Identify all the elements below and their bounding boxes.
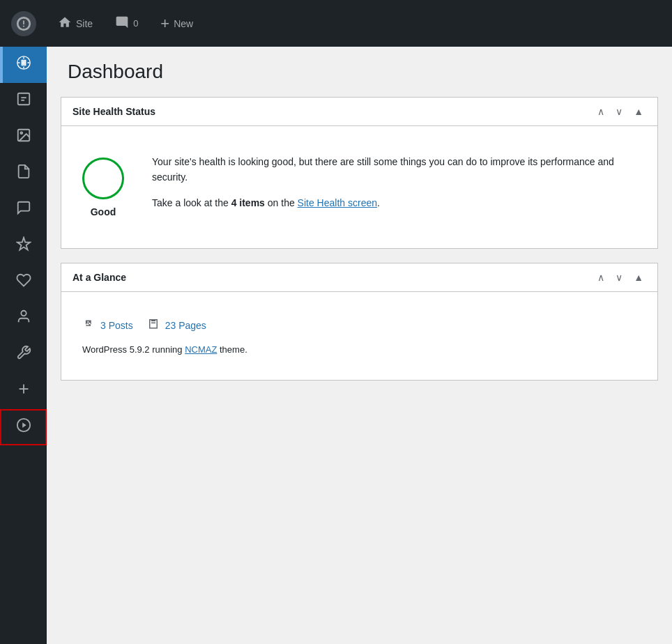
svg-point-1 — [22, 61, 26, 65]
health-cta-suffix: . — [377, 197, 380, 208]
pages-icon — [16, 164, 31, 183]
glance-footer: WordPress 5.9.2 running NCMAZ theme. — [75, 340, 643, 366]
comments-icon — [115, 15, 129, 31]
health-circle — [82, 158, 124, 199]
health-content: Good Your site's health is looking good,… — [75, 140, 643, 234]
posts-count-link[interactable]: 3 Posts — [100, 320, 133, 331]
health-indicator: Good — [82, 158, 124, 217]
main-layout: Dashboard Site Health Status ∧ ∨ ▲ Good — [0, 47, 672, 644]
comments-count: 0 — [133, 18, 138, 29]
posts-glance-icon — [82, 317, 95, 333]
footer-prefix: WordPress 5.9.2 running — [82, 344, 185, 355]
health-screen-link[interactable]: Site Health screen — [298, 197, 377, 208]
health-cta-middle: on the — [265, 197, 298, 208]
site-health-body: Good Your site's health is looking good,… — [61, 126, 657, 248]
tools-icon — [16, 345, 31, 365]
wp-logo[interactable] — [0, 0, 47, 47]
site-health-controls: ∧ ∨ ▲ — [595, 105, 646, 118]
health-cta: Take a look at the 4 items on the Site H… — [152, 195, 636, 210]
at-a-glance-collapse-down[interactable]: ∨ — [613, 270, 625, 284]
posts-icon — [16, 91, 31, 111]
new-label: New — [174, 18, 193, 29]
glance-pages-item: 23 Pages — [147, 317, 206, 333]
appearance-icon — [16, 236, 31, 256]
svg-point-5 — [20, 132, 22, 134]
site-health-title: Site Health Status — [72, 106, 155, 117]
pages-count-link[interactable]: 23 Pages — [165, 320, 206, 331]
video-icon — [16, 417, 31, 437]
at-a-glance-hide[interactable]: ▲ — [631, 270, 646, 284]
sidebar-item-appearance[interactable] — [0, 228, 47, 264]
sidebar-item-video[interactable] — [0, 409, 47, 445]
admin-bar-items: Site 0 + New — [47, 0, 204, 47]
site-health-collapse-down[interactable]: ∨ — [613, 105, 625, 118]
settings-icon — [16, 381, 31, 401]
at-a-glance-header: At a Glance ∧ ∨ ▲ — [61, 263, 657, 292]
health-message: Your site's health is looking good, but … — [152, 154, 636, 185]
sidebar-item-dashboard[interactable] — [0, 47, 47, 83]
admin-bar-site[interactable]: Site — [47, 0, 104, 47]
svg-marker-10 — [22, 422, 26, 427]
site-label: Site — [76, 18, 93, 29]
at-a-glance-body: 3 Posts 23 Pages WordPress 5.9.2 running… — [61, 292, 657, 380]
sidebar-item-media[interactable] — [0, 119, 47, 155]
admin-bar-new[interactable]: + New — [149, 0, 204, 47]
content-area: Dashboard Site Health Status ∧ ∨ ▲ Good — [47, 47, 672, 644]
site-health-collapse-up[interactable]: ∧ — [595, 105, 607, 118]
sidebar-item-users[interactable] — [0, 300, 47, 337]
health-description: Your site's health is looking good, but … — [152, 154, 636, 220]
admin-bar-comments[interactable]: 0 — [104, 0, 149, 47]
pages-glance-icon — [147, 317, 160, 333]
at-a-glance-title: At a Glance — [72, 272, 126, 283]
site-health-hide[interactable]: ▲ — [631, 105, 646, 118]
health-cta-prefix: Take a look at the — [152, 197, 231, 208]
health-cta-bold: 4 items — [231, 197, 265, 208]
sidebar-item-posts[interactable] — [0, 83, 47, 119]
sidebar-item-pages[interactable] — [0, 155, 47, 192]
health-status-label: Good — [91, 206, 116, 217]
at-a-glance-collapse-up[interactable]: ∧ — [595, 270, 607, 284]
page-title: Dashboard — [61, 61, 658, 83]
home-icon — [58, 15, 72, 31]
plus-icon: + — [160, 15, 169, 33]
sidebar-item-settings[interactable] — [0, 373, 47, 409]
comments-sidebar-icon — [16, 200, 31, 220]
users-icon — [16, 309, 31, 328]
plugins-icon — [16, 273, 31, 292]
sidebar-item-tools[interactable] — [0, 337, 47, 373]
at-a-glance-controls: ∧ ∨ ▲ — [595, 270, 646, 284]
footer-suffix: theme. — [217, 344, 247, 355]
admin-bar: Site 0 + New — [0, 0, 672, 47]
glance-items: 3 Posts 23 Pages — [75, 306, 643, 340]
dashboard-icon — [16, 55, 31, 75]
theme-link[interactable]: NCMAZ — [185, 344, 217, 355]
at-a-glance-widget: At a Glance ∧ ∨ ▲ 3 Posts — [61, 263, 658, 381]
glance-posts-item: 3 Posts — [82, 317, 133, 333]
site-health-header: Site Health Status ∧ ∨ ▲ — [61, 98, 657, 126]
sidebar — [0, 47, 47, 644]
wp-logo-circle — [11, 11, 36, 36]
sidebar-item-plugins[interactable] — [0, 264, 47, 300]
media-icon — [16, 128, 31, 147]
site-health-widget: Site Health Status ∧ ∨ ▲ Good Your site'… — [61, 97, 658, 249]
svg-point-6 — [21, 311, 26, 316]
sidebar-item-comments[interactable] — [0, 192, 47, 228]
